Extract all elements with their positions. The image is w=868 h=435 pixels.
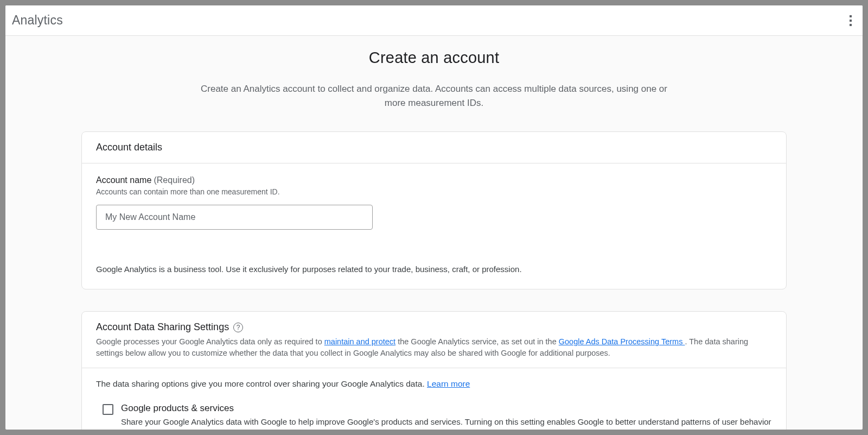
data-processing-terms-link[interactable]: Google Ads Data Processing Terms — [559, 337, 685, 346]
data-sharing-description: Google processes your Google Analytics d… — [96, 336, 772, 359]
page-title: Create an account — [81, 49, 787, 67]
account-details-card: Account details Account name (Required) … — [81, 131, 787, 289]
option-google-products-checkbox[interactable] — [103, 404, 113, 415]
help-icon[interactable]: ? — [233, 323, 243, 332]
data-sharing-card-header: Account Data Sharing Settings ? Google p… — [82, 312, 786, 368]
account-name-label-row: Account name (Required) — [96, 175, 772, 185]
option-google-products-desc: Share your Google Analytics data with Go… — [121, 416, 772, 430]
data-sharing-card-body: The data sharing options give you more c… — [82, 368, 786, 430]
option-google-products-title: Google products & services — [121, 403, 772, 414]
options-intro: The data sharing options give you more c… — [96, 379, 772, 389]
data-sharing-card: Account Data Sharing Settings ? Google p… — [81, 311, 787, 430]
account-name-input[interactable] — [96, 205, 373, 230]
business-tool-note: Google Analytics is a business tool. Use… — [96, 264, 772, 274]
data-sharing-title: Account Data Sharing Settings — [96, 321, 229, 333]
account-details-card-body: Account name (Required) Accounts can con… — [82, 163, 786, 289]
top-bar: Analytics — [5, 5, 863, 36]
ds-desc-pre: Google processes your Google Analytics d… — [96, 337, 324, 346]
account-details-card-title: Account details — [82, 132, 786, 163]
ds-desc-mid: the Google Analytics service, as set out… — [395, 337, 559, 346]
option-google-products: Google products & services Share your Go… — [96, 403, 772, 430]
app-frame: Analytics Create an account Create an An… — [5, 5, 863, 430]
maintain-and-protect-link[interactable]: maintain and protect — [324, 337, 395, 346]
page-content: Create an account Create an Analytics ac… — [5, 36, 863, 430]
page-subtitle: Create an Analytics account to collect a… — [195, 82, 673, 110]
brand-title: Analytics — [12, 13, 63, 28]
account-name-help: Accounts can contain more than one measu… — [96, 187, 772, 196]
required-label: (Required) — [154, 175, 195, 185]
account-name-label: Account name — [96, 175, 151, 185]
more-menu-button[interactable] — [845, 11, 856, 30]
options-intro-text: The data sharing options give you more c… — [96, 379, 427, 388]
learn-more-link[interactable]: Learn more — [427, 379, 470, 388]
